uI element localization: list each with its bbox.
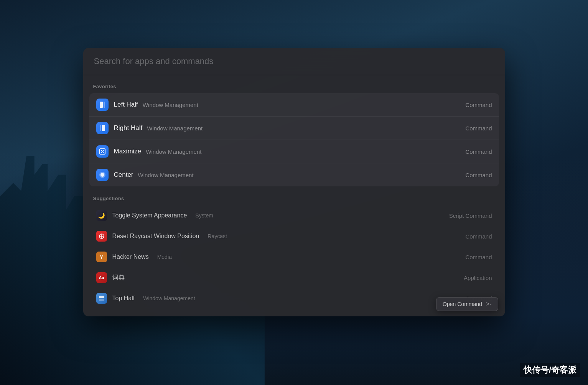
- item-action-reset-raycast: Command: [465, 233, 492, 240]
- item-action-toggle-appearance: Script Command: [449, 212, 492, 219]
- search-bar: [83, 48, 505, 75]
- item-action-left-half: Command: [465, 102, 492, 108]
- raycast-icon: [96, 231, 107, 242]
- item-name-right-half: Right Half: [114, 124, 143, 132]
- item-action-hacker-news: Command: [465, 254, 492, 260]
- suggestions-section: Suggestions 🌙 Toggle System Appearance S…: [83, 193, 505, 309]
- item-subtitle-top-half: Window Management: [143, 295, 195, 301]
- results-area: Favorites Left Half Window Management Co…: [83, 75, 505, 316]
- moon-icon: 🌙: [96, 210, 107, 221]
- search-input[interactable]: [94, 56, 494, 66]
- center-icon: [96, 169, 109, 181]
- favorite-item-left-half[interactable]: Left Half Window Management Command: [89, 93, 499, 117]
- item-subtitle-hacker-news: Media: [157, 254, 172, 260]
- right-half-icon: [96, 122, 109, 134]
- hackernews-icon: Y: [96, 252, 107, 262]
- svg-rect-5: [99, 299, 104, 301]
- item-action-center: Command: [465, 172, 492, 178]
- item-action-dictionary: Application: [464, 275, 492, 281]
- favorites-list: Left Half Window Management Command Righ…: [89, 93, 499, 186]
- item-action-right-half: Command: [465, 125, 492, 132]
- item-subtitle-right-half: Window Management: [147, 125, 203, 132]
- svg-rect-4: [99, 296, 104, 298]
- favorite-item-right-half[interactable]: Right Half Window Management Command: [89, 117, 499, 140]
- item-subtitle-center: Window Management: [138, 172, 194, 178]
- item-subtitle-toggle-appearance: System: [195, 212, 213, 219]
- suggestion-item-toggle-appearance[interactable]: 🌙 Toggle System Appearance System Script…: [83, 205, 505, 226]
- suggestion-item-hacker-news[interactable]: Y Hacker News Media Command: [83, 247, 505, 267]
- item-subtitle-maximize: Window Management: [146, 148, 201, 155]
- favorites-section-label: Favorites: [83, 81, 505, 93]
- item-name-center: Center: [114, 171, 133, 179]
- dict-icon: Aa: [96, 272, 107, 283]
- favorite-item-maximize[interactable]: Maximize Window Management Command: [89, 140, 499, 163]
- item-name-top-half: Top Half: [112, 295, 135, 302]
- item-name-toggle-appearance: Toggle System Appearance: [112, 212, 187, 219]
- open-command-arrow: >-: [486, 301, 492, 308]
- suggestions-section-label: Suggestions: [83, 193, 505, 205]
- item-name-maximize: Maximize: [114, 148, 142, 155]
- suggestion-item-dictionary[interactable]: Aa 词典 Application: [83, 267, 505, 288]
- watermark: 快传号/奇客派: [520, 363, 580, 377]
- last-item-container: Top Half Window Management Command Open …: [83, 288, 505, 309]
- item-name-reset-raycast: Reset Raycast Window Position: [112, 233, 199, 240]
- open-command-badge[interactable]: Open Command >-: [436, 297, 498, 311]
- suggestion-item-reset-raycast[interactable]: Reset Raycast Window Position Raycast Co…: [83, 226, 505, 247]
- top-half-icon: [96, 293, 107, 304]
- item-name-dictionary: 词典: [112, 274, 125, 282]
- spotlight-panel: Favorites Left Half Window Management Co…: [83, 48, 505, 316]
- item-name-left-half: Left Half: [114, 101, 138, 109]
- left-half-icon: [96, 99, 109, 111]
- item-subtitle-reset-raycast: Raycast: [208, 233, 227, 239]
- item-name-hacker-news: Hacker News: [112, 253, 149, 260]
- favorite-item-center[interactable]: Center Window Management Command: [89, 163, 499, 186]
- open-command-label: Open Command: [443, 301, 482, 307]
- maximize-icon: [96, 145, 109, 158]
- item-subtitle-left-half: Window Management: [143, 102, 198, 108]
- item-action-maximize: Command: [465, 148, 492, 155]
